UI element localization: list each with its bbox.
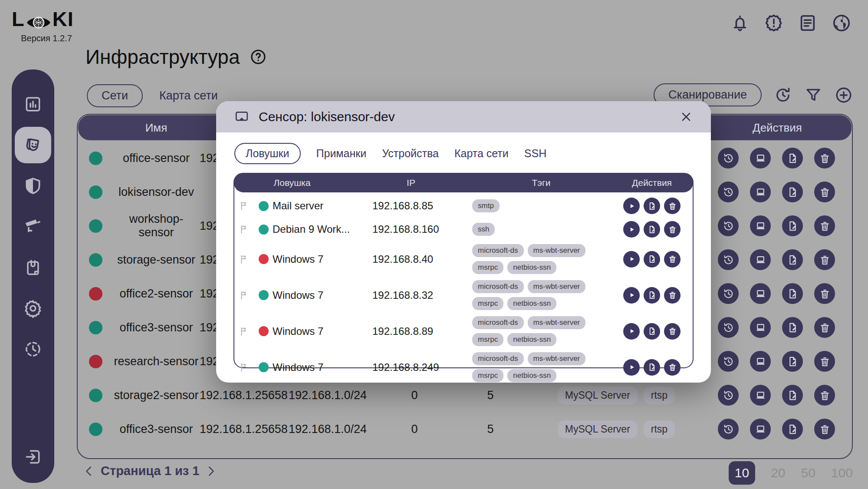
- laptop-button[interactable]: [750, 351, 771, 372]
- edit-document-button[interactable]: [782, 182, 803, 202]
- trash-button[interactable]: [814, 317, 835, 338]
- sidebar-item-gear[interactable]: [15, 290, 51, 327]
- edit-document-trap-button[interactable]: [644, 287, 660, 304]
- trash-trap-button[interactable]: [664, 198, 681, 214]
- sidebar-item-shield[interactable]: [15, 168, 51, 204]
- trash-button[interactable]: [814, 182, 835, 202]
- modal-tab-ловушки[interactable]: Ловушки: [234, 143, 301, 164]
- edit-document-button[interactable]: [782, 249, 803, 270]
- flag-icon[interactable]: [239, 326, 250, 337]
- trash-trap-button[interactable]: [664, 221, 681, 238]
- play-trap-button[interactable]: [623, 221, 640, 238]
- sidebar-item-clock-history[interactable]: [15, 331, 51, 367]
- status-dot: [259, 290, 269, 300]
- play-trap-button[interactable]: [623, 251, 640, 268]
- edit-document-button[interactable]: [782, 148, 803, 169]
- edit-document-trap-button[interactable]: [644, 323, 660, 340]
- play-trap-button[interactable]: [623, 359, 640, 376]
- history-clock-button[interactable]: [718, 385, 739, 406]
- document-lines-icon[interactable]: [798, 13, 818, 33]
- filter-funnel-icon[interactable]: [804, 86, 822, 104]
- edit-document-trap-button[interactable]: [644, 251, 660, 268]
- edit-document-button[interactable]: [782, 351, 803, 372]
- table-row[interactable]: office3-sensor192.168.1.25658192.168.1.0…: [78, 412, 852, 446]
- page-size-20[interactable]: 20: [771, 466, 785, 480]
- next-page-icon[interactable]: [204, 465, 217, 478]
- sidebar-item-bar-chart[interactable]: [15, 86, 51, 122]
- trash-trap-button[interactable]: [664, 359, 681, 376]
- history-clock-button[interactable]: [718, 249, 739, 270]
- trash-button[interactable]: [814, 215, 835, 236]
- trash-button[interactable]: [814, 283, 835, 304]
- edit-document-button[interactable]: [782, 283, 803, 304]
- modal-tab-ssh[interactable]: SSH: [524, 147, 546, 160]
- trash-button[interactable]: [814, 419, 835, 439]
- history-clock-button[interactable]: [718, 148, 739, 169]
- trash-button[interactable]: [814, 148, 835, 169]
- trash-button[interactable]: [814, 351, 835, 372]
- laptop-button[interactable]: [750, 317, 771, 338]
- update-clock-icon[interactable]: [774, 86, 792, 104]
- history-clock-button[interactable]: [718, 182, 739, 202]
- laptop-button[interactable]: [750, 385, 771, 406]
- history-clock-button[interactable]: [718, 283, 739, 304]
- laptop-button[interactable]: [750, 148, 771, 169]
- history-clock-button[interactable]: [718, 351, 739, 372]
- trap-row[interactable]: Debian 9 Work...192.168.8.160ssh: [234, 218, 693, 241]
- edit-document-trap-button[interactable]: [644, 198, 660, 214]
- trap-row[interactable]: Windows 7192.168.8.249microsoft-dsms-wbt…: [234, 349, 693, 385]
- add-circle-icon[interactable]: [835, 86, 853, 104]
- notifications-bell-icon[interactable]: [730, 13, 750, 33]
- laptop-button[interactable]: [750, 419, 771, 439]
- tab-network-map[interactable]: Карта сети: [159, 89, 218, 102]
- history-clock-button[interactable]: [718, 317, 739, 338]
- trap-row[interactable]: Windows 7192.168.8.89microsoft-dsms-wbt-…: [234, 313, 693, 349]
- history-clock-button[interactable]: [718, 215, 739, 236]
- trash-trap-button[interactable]: [664, 323, 681, 340]
- page-size-100[interactable]: 100: [831, 466, 853, 480]
- trash-button[interactable]: [814, 385, 835, 406]
- play-trap-button[interactable]: [623, 198, 640, 214]
- sidebar-item-cctv-camera[interactable]: [15, 208, 51, 245]
- edit-document-button[interactable]: [782, 215, 803, 236]
- sidebar-item-clipboard-note[interactable]: [15, 249, 51, 286]
- flag-icon[interactable]: [239, 254, 250, 264]
- laptop-button[interactable]: [750, 283, 771, 304]
- flag-icon[interactable]: [239, 201, 250, 211]
- play-trap-button[interactable]: [623, 287, 640, 304]
- flag-icon[interactable]: [239, 224, 250, 235]
- edit-document-trap-button[interactable]: [644, 221, 660, 238]
- flag-icon[interactable]: [239, 362, 250, 373]
- tab-networks[interactable]: Сети: [87, 84, 143, 107]
- page-size-10[interactable]: 10: [729, 461, 755, 485]
- laptop-button[interactable]: [750, 215, 771, 236]
- logout-button[interactable]: [15, 444, 51, 470]
- laptop-button[interactable]: [750, 249, 771, 270]
- laptop-button[interactable]: [750, 182, 771, 202]
- help-icon[interactable]: [250, 48, 267, 66]
- modal-tab-устройства[interactable]: Устройства: [382, 147, 439, 160]
- edit-document-button[interactable]: [782, 317, 803, 338]
- close-icon[interactable]: [680, 110, 693, 123]
- history-clock-button[interactable]: [718, 419, 739, 439]
- tag-badge: ssh: [472, 223, 495, 236]
- trash-trap-button[interactable]: [664, 251, 681, 268]
- edit-document-button[interactable]: [782, 385, 803, 406]
- trash-button[interactable]: [814, 249, 835, 270]
- sidebar-item-masks-active[interactable]: [15, 127, 51, 163]
- modal-tab-приманки[interactable]: Приманки: [316, 147, 367, 160]
- flag-icon[interactable]: [239, 290, 250, 301]
- trap-row[interactable]: Windows 7192.168.8.32microsoft-dsms-wbt-…: [234, 277, 693, 313]
- globe-icon[interactable]: [832, 13, 852, 33]
- prev-page-icon[interactable]: [82, 465, 95, 478]
- page-size-50[interactable]: 50: [801, 466, 815, 480]
- certificate-alert-icon[interactable]: [764, 13, 784, 33]
- status-dot: [89, 152, 102, 165]
- play-trap-button[interactable]: [623, 323, 640, 340]
- trash-trap-button[interactable]: [664, 287, 681, 304]
- trap-row[interactable]: Mail server192.168.8.85smtp: [234, 194, 693, 218]
- edit-document-trap-button[interactable]: [644, 359, 660, 376]
- modal-tab-карта-сети[interactable]: Карта сети: [454, 147, 509, 160]
- edit-document-button[interactable]: [782, 419, 803, 439]
- trap-row[interactable]: Windows 7192.168.8.40microsoft-dsms-wbt-…: [234, 241, 693, 277]
